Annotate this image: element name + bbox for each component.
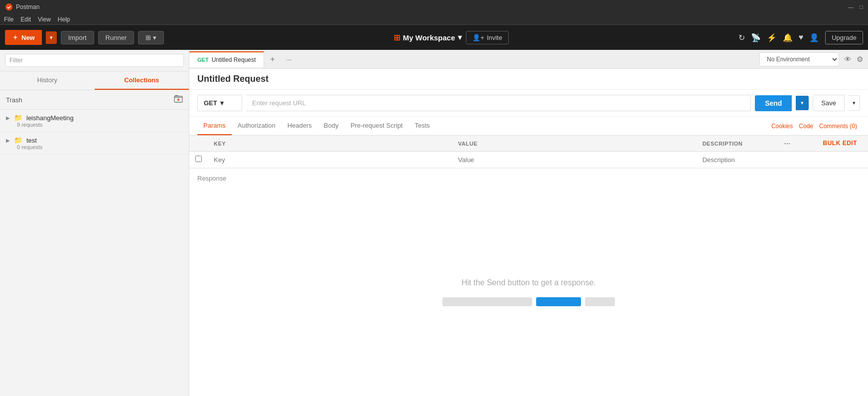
satellite-icon[interactable]: 📡	[751, 33, 761, 42]
params-check-header	[189, 136, 208, 152]
upgrade-button[interactable]: Upgrade	[825, 31, 863, 44]
add-tab-button[interactable]: +	[264, 51, 281, 68]
method-label: GET	[204, 99, 217, 107]
sync-icon[interactable]: ↻	[738, 33, 745, 42]
tabs-bar-right: No Environment 👁 ⚙	[759, 52, 868, 66]
trash-label[interactable]: Trash	[6, 96, 22, 104]
folder-icon: 📁	[14, 114, 22, 122]
request-title-bar: Untitled Request	[189, 69, 868, 90]
response-section: Response	[189, 168, 868, 188]
collection-count: 9 requests	[17, 122, 183, 128]
send-button[interactable]: Send	[755, 95, 792, 111]
params-value-cell	[452, 152, 696, 168]
view-menu[interactable]: View	[38, 16, 51, 23]
params-check-cell	[189, 152, 208, 168]
tab-options-button[interactable]: ···	[281, 51, 297, 67]
method-badge: GET	[197, 57, 209, 63]
new-button[interactable]: ＋ New	[5, 30, 42, 45]
sidebar-collections: ▶ 📁 leishangMeeting 9 requests ▶ 📁 test …	[0, 110, 189, 396]
sidebar-trash-row: Trash	[0, 90, 189, 110]
method-select[interactable]: GET ▾	[197, 95, 242, 111]
collection-item-header: ▶ 📁 test	[6, 136, 183, 144]
menu-bar: File Edit View Help	[0, 14, 868, 25]
key-input[interactable]	[214, 156, 446, 164]
params-desc-cell	[697, 152, 868, 168]
sidebar-filter-area	[0, 50, 189, 71]
cookies-link[interactable]: Cookies	[768, 118, 796, 135]
send-dropdown-button[interactable]: ▾	[796, 96, 809, 110]
request-title: Untitled Request	[197, 74, 269, 84]
pre-request-script-tab[interactable]: Pre-request Script	[344, 117, 409, 135]
settings-icon[interactable]: ⚙	[857, 55, 863, 64]
tests-tab[interactable]: Tests	[409, 117, 435, 135]
toolbar-right: ↻ 📡 ⚡ 🔔 ♥ 👤 Upgrade	[738, 31, 863, 44]
chevron-right-icon: ▶	[6, 115, 10, 121]
flash-icon[interactable]: ⚡	[767, 33, 777, 42]
body-tab[interactable]: Body	[318, 117, 345, 135]
params-checkbox[interactable]	[195, 156, 202, 162]
main-layout: History Collections Trash ▶ 📁	[0, 50, 868, 396]
request-subtabs: Params Authorization Headers Body Pre-re…	[189, 117, 868, 136]
eye-icon[interactable]: 👁	[844, 55, 852, 63]
filter-input[interactable]	[5, 54, 184, 67]
app-logo-icon	[5, 3, 13, 11]
avatar-icon[interactable]: 👤	[809, 33, 819, 42]
environment-select[interactable]: No Environment	[759, 52, 839, 66]
params-key-header: KEY	[208, 136, 452, 152]
response-label: Response	[197, 175, 227, 182]
history-tab[interactable]: History	[0, 71, 95, 90]
response-message: Hit the Send button to get a response.	[461, 278, 596, 287]
method-chevron-icon: ▾	[220, 99, 224, 107]
value-input[interactable]	[458, 156, 690, 164]
maximize-button[interactable]: □	[860, 4, 863, 10]
layout-button[interactable]: ⊞ ▾	[138, 31, 164, 44]
collection-item-header: ▶ 📁 leishangMeeting	[6, 114, 183, 122]
headers-tab[interactable]: Headers	[282, 117, 318, 135]
bulk-edit-button[interactable]: Bulk Edit	[823, 140, 858, 147]
collection-item[interactable]: ▶ 📁 test 0 requests	[0, 132, 189, 155]
bell-icon[interactable]: 🔔	[783, 33, 793, 42]
authorization-tab[interactable]: Authorization	[232, 117, 282, 135]
file-menu[interactable]: File	[4, 16, 13, 23]
request-panel: GET Untitled Request + ··· No Environmen…	[189, 50, 868, 396]
new-dropdown-button[interactable]: ▾	[46, 31, 57, 44]
params-tab[interactable]: Params	[197, 117, 232, 135]
description-input[interactable]	[703, 156, 862, 164]
params-desc-header: DESCRIPTION	[697, 136, 778, 152]
folder-icon: 📁	[14, 136, 22, 144]
comments-link[interactable]: Comments (0)	[816, 118, 860, 135]
code-link[interactable]: Code	[796, 118, 816, 135]
new-folder-button[interactable]	[174, 94, 183, 105]
response-bar-gray2	[585, 297, 615, 306]
import-button[interactable]: Import	[61, 31, 94, 44]
invite-button[interactable]: 👤+ Invite	[466, 31, 509, 44]
app-title: Postman	[16, 3, 39, 10]
collection-name: test	[26, 137, 37, 144]
params-row	[189, 152, 868, 168]
collection-item[interactable]: ▶ 📁 leishangMeeting 9 requests	[0, 110, 189, 132]
params-key-cell	[208, 152, 452, 168]
save-dropdown-button[interactable]: ▾	[849, 95, 860, 111]
more-options-icon[interactable]: ···	[784, 140, 790, 147]
title-bar: Postman — □	[0, 0, 868, 14]
plus-icon: ＋	[12, 33, 18, 42]
svg-point-0	[5, 3, 12, 10]
save-button[interactable]: Save	[813, 95, 845, 111]
edit-menu[interactable]: Edit	[20, 16, 31, 23]
collection-count: 0 requests	[17, 144, 183, 150]
url-input[interactable]	[246, 95, 751, 111]
request-tab-active[interactable]: GET Untitled Request	[189, 51, 264, 67]
heart-icon[interactable]: ♥	[799, 33, 804, 42]
person-plus-icon: 👤+	[472, 34, 484, 41]
params-options-header: ··· Bulk Edit	[778, 136, 868, 152]
chevron-right-icon: ▶	[6, 138, 10, 143]
response-placeholder: Hit the Send button to get a response.	[189, 188, 868, 396]
grid-icon: ⊞	[394, 33, 400, 42]
runner-button[interactable]: Runner	[98, 31, 135, 44]
help-menu[interactable]: Help	[58, 16, 70, 23]
params-table: KEY VALUE DESCRIPTION ··· Bulk Edit	[189, 136, 868, 168]
sidebar: History Collections Trash ▶ 📁	[0, 50, 189, 396]
minimize-button[interactable]: —	[848, 4, 854, 10]
workspace-button[interactable]: ⊞ My Workspace ▾	[394, 33, 462, 42]
collections-tab[interactable]: Collections	[95, 71, 189, 90]
